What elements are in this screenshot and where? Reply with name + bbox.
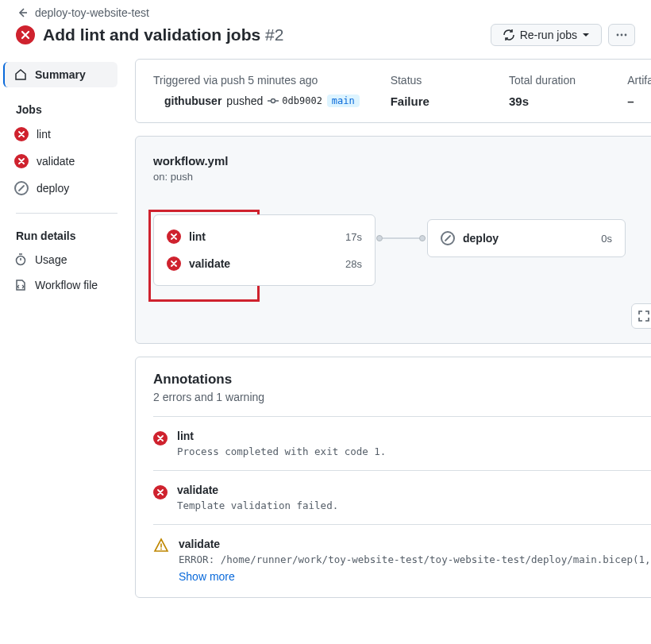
annotation-message: ERROR: /home/runner/work/toy-website-tes… — [179, 553, 651, 565]
stopwatch-icon — [14, 253, 27, 266]
graph-job-lint[interactable]: lint 17s — [167, 223, 362, 250]
sidebar-item-label: Summary — [35, 68, 86, 81]
graph-job-group-left: lint 17s validate 28s — [153, 214, 376, 286]
graph-job-time: 0s — [601, 233, 612, 245]
x-circle-icon — [153, 485, 168, 499]
workflow-trigger: on: push — [153, 171, 651, 183]
graph-job-name: lint — [189, 230, 206, 243]
run-number: #2 — [265, 25, 283, 44]
trigger-label: Triggered via push 5 minutes ago — [153, 74, 391, 87]
annotation-item: validate Template validation failed. — [153, 470, 651, 511]
connector-line — [383, 237, 419, 239]
annotation-title[interactable]: validate — [179, 538, 651, 550]
commit-icon — [268, 95, 279, 106]
connector-dot — [376, 235, 383, 241]
fullscreen-button[interactable] — [631, 303, 651, 329]
sidebar-job-deploy[interactable]: deploy — [0, 175, 124, 202]
arrow-left-icon — [16, 6, 29, 19]
artifacts-value: – — [627, 94, 651, 108]
breadcrumb[interactable]: deploy-toy-website-test — [16, 6, 635, 19]
kebab-icon — [615, 29, 628, 41]
connector-dot — [419, 235, 426, 241]
svg-point-0 — [617, 34, 619, 37]
annotation-message: Process completed with exit code 1. — [177, 445, 651, 457]
annotation-title[interactable]: validate — [177, 484, 651, 496]
graph-job-name: deploy — [463, 232, 499, 245]
sidebar-section-jobs: Jobs — [0, 87, 124, 121]
annotation-item: lint Process completed with exit code 1. — [153, 416, 651, 457]
rerun-jobs-button[interactable]: Re-run jobs — [491, 24, 602, 46]
graph-job-name: validate — [189, 257, 230, 270]
annotations-title: Annotations — [153, 372, 651, 388]
sidebar-item-usage[interactable]: Usage — [0, 247, 124, 272]
sidebar-item-label: lint — [37, 128, 51, 141]
caret-down-icon — [582, 31, 590, 39]
sidebar-item-label: Usage — [35, 253, 67, 266]
commit-sha-link[interactable]: 0db9002 — [268, 95, 322, 106]
run-meta-card: Triggered via push 5 minutes ago githubu… — [135, 59, 651, 123]
kebab-menu-button[interactable] — [608, 24, 635, 46]
x-circle-icon — [167, 256, 181, 271]
annotation-title[interactable]: lint — [177, 430, 651, 442]
x-circle-icon — [153, 431, 168, 445]
sidebar-section-run-details: Run details — [0, 214, 124, 247]
x-circle-icon — [14, 127, 29, 141]
sidebar-job-validate[interactable]: validate — [0, 148, 124, 175]
x-circle-icon — [167, 229, 181, 244]
sidebar-item-label: deploy — [37, 182, 69, 195]
fullscreen-icon — [638, 310, 649, 322]
annotation-message: Template validation failed. — [177, 499, 651, 511]
status-label: Status — [391, 74, 509, 87]
skip-icon — [441, 231, 455, 245]
home-icon — [14, 68, 27, 81]
breadcrumb-label: deploy-toy-website-test — [35, 6, 149, 19]
sidebar-job-lint[interactable]: lint — [0, 121, 124, 148]
artifacts-label: Artifacts — [627, 74, 651, 87]
graph-job-time: 28s — [345, 258, 362, 270]
annotation-item: validate ERROR: /home/runner/work/toy-we… — [153, 524, 651, 583]
sidebar-item-label: Workflow file — [35, 279, 98, 291]
file-icon — [14, 279, 27, 291]
sidebar: Summary Jobs lint validate deploy Run de… — [0, 59, 124, 611]
status-value: Failure — [391, 94, 509, 108]
sidebar-item-label: validate — [37, 155, 75, 168]
workflow-file-name: workflow.yml — [153, 154, 651, 168]
skip-icon — [14, 181, 29, 195]
graph-job-time: 17s — [345, 231, 362, 243]
sidebar-item-summary[interactable]: Summary — [3, 62, 117, 87]
action-verb: pushed — [226, 94, 263, 107]
workflow-graph-card: workflow.yml on: push lint 17s — [135, 136, 651, 344]
svg-point-2 — [625, 34, 627, 37]
x-circle-icon — [14, 154, 29, 168]
graph-job-deploy[interactable]: deploy 0s — [427, 219, 626, 257]
show-more-link[interactable]: Show more — [179, 570, 651, 583]
annotations-card: Annotations 2 errors and 1 warning lint … — [135, 357, 651, 598]
annotations-subtitle: 2 errors and 1 warning — [153, 391, 651, 403]
sync-icon — [503, 29, 515, 41]
svg-point-1 — [621, 34, 623, 37]
sidebar-item-workflow-file[interactable]: Workflow file — [0, 272, 124, 298]
branch-pill[interactable]: main — [327, 94, 360, 107]
svg-point-4 — [272, 99, 275, 103]
actor-name[interactable]: githubuser — [164, 94, 221, 107]
x-circle-icon — [16, 25, 35, 44]
page-title: Add lint and validation jobs #2 — [43, 25, 283, 44]
warning-icon — [153, 538, 169, 553]
duration-label: Total duration — [509, 74, 627, 87]
svg-point-5 — [160, 549, 162, 550]
duration-value[interactable]: 39s — [509, 94, 627, 108]
graph-job-validate[interactable]: validate 28s — [167, 250, 362, 277]
